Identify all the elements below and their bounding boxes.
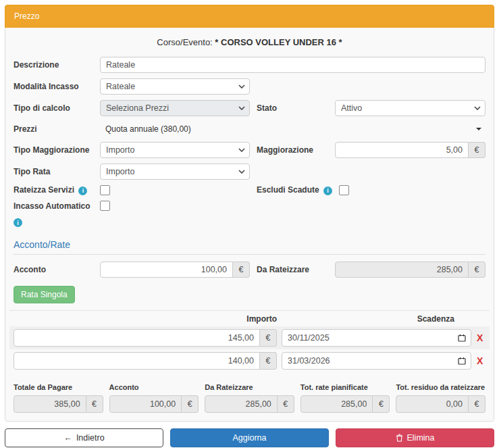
acconto-input[interactable] <box>100 262 233 278</box>
da-rateizzare-input <box>335 262 469 278</box>
da-rateizzare-total-input <box>205 395 278 413</box>
stato-select[interactable]: Attivo <box>335 100 485 116</box>
euro-addon: € <box>469 262 485 278</box>
descrizione-input[interactable] <box>100 57 485 73</box>
acconto-label: Acconto <box>14 265 100 274</box>
rate-row: € X <box>9 349 490 372</box>
euro-addon: € <box>182 395 199 413</box>
prezzi-dropdown[interactable]: Quota annuale (380,00) <box>100 122 485 136</box>
euro-addon: € <box>86 395 103 413</box>
delete-row-icon[interactable]: X <box>477 356 483 366</box>
euro-addon: € <box>469 142 485 158</box>
prezzo-panel: Prezzo Corso/Evento: * CORSO VOLLEY UNDE… <box>5 5 494 422</box>
section-acconto-rate: Acconto/Rate <box>14 239 485 250</box>
rateizza-servizi-text: Rateizza Servizi <box>14 185 74 195</box>
tipo-calcolo-selectwrap: Seleziona Prezzi <box>100 100 250 116</box>
tipo-rata-selectwrap: Importo <box>100 164 250 180</box>
total-label: Acconto <box>109 383 199 391</box>
rata-singola-button[interactable]: Rata Singola <box>14 286 75 303</box>
elimina-button[interactable]: Elimina <box>336 428 494 447</box>
tipo-calcolo-select[interactable]: Seleziona Prezzi <box>100 100 250 116</box>
euro-addon: € <box>260 352 277 370</box>
rate-importo-group: € <box>14 329 277 347</box>
rate-scadenza-input[interactable] <box>282 329 471 347</box>
indietro-button[interactable]: ← Indietro <box>5 428 163 447</box>
panel-header: Prezzo <box>5 5 494 28</box>
info-icon[interactable]: i <box>78 186 87 195</box>
tipo-maggiorazione-select[interactable]: Importo <box>100 142 250 158</box>
totale-da-pagare-input <box>14 395 86 413</box>
row-prezzi: Prezzi Quota annuale (380,00) <box>14 122 485 136</box>
total-group: € <box>396 395 485 413</box>
rate-scadenza-wrap <box>282 329 471 347</box>
tipo-maggiorazione-label: Tipo Maggiorazione <box>14 145 100 155</box>
total-label: Da Rateizzare <box>205 383 294 391</box>
tipo-rata-label: Tipo Rata <box>14 167 100 176</box>
row-tipo-rata: Tipo Rata Importo <box>14 164 485 180</box>
actions-bar: ← Indietro Aggiorna Elimina <box>5 428 494 447</box>
prezzi-value: Quota annuale (380,00) <box>105 124 191 134</box>
course-label: Corso/Evento: <box>157 37 212 47</box>
maggiorazione-group: € <box>335 142 485 158</box>
rate-row: € X <box>9 326 490 349</box>
row-incasso-automatico: Incasso Automatico <box>14 201 485 211</box>
aggiorna-button[interactable]: Aggiorna <box>170 428 329 447</box>
rate-importo-input[interactable] <box>14 352 260 370</box>
maggiorazione-input[interactable] <box>335 142 469 158</box>
total-group: € <box>109 395 199 413</box>
total-label: Tot. residuo da rateizzare <box>396 383 485 391</box>
euro-addon: € <box>233 262 250 278</box>
modalita-incasso-label: Modalità Incasso <box>14 82 100 91</box>
rate-pianificate-input <box>300 395 373 413</box>
trash-icon <box>396 434 403 442</box>
prezzi-label: Prezzi <box>14 124 100 134</box>
euro-addon: € <box>260 329 277 347</box>
rate-table-header: Importo Scadenza <box>9 311 490 326</box>
info-icon[interactable]: i <box>14 218 22 227</box>
rateizza-servizi-label: Rateizza Servizi i <box>14 185 100 195</box>
course-title: Corso/Evento: * CORSO VOLLEY UNDER 16 * <box>14 37 485 47</box>
rate-table: Importo Scadenza € X € <box>9 310 490 372</box>
acconto-group: € <box>100 262 250 278</box>
da-rateizzare-label: Da Rateizzare <box>257 265 335 274</box>
rateizza-servizi-checkbox[interactable] <box>100 185 110 195</box>
residuo-rateizzare-input <box>396 395 469 413</box>
total-label: Tot. rate pianificate <box>300 383 390 391</box>
info-icon[interactable]: i <box>323 186 332 195</box>
descrizione-label: Descrizione <box>14 60 100 70</box>
divider <box>14 254 485 255</box>
elimina-label: Elimina <box>407 433 435 443</box>
rate-scadenza-wrap <box>282 352 471 370</box>
euro-addon: € <box>469 395 485 413</box>
modalita-incasso-select[interactable]: Rateale <box>100 78 250 95</box>
stato-label: Stato <box>257 103 335 113</box>
row-descrizione: Descrizione <box>14 57 485 73</box>
maggiorazione-label: Maggiorazione <box>257 145 335 155</box>
incasso-automatico-label: Incasso Automatico <box>14 201 100 211</box>
indietro-label: Indietro <box>76 433 105 443</box>
tipo-rata-select[interactable]: Importo <box>100 164 250 180</box>
caret-down-icon <box>476 128 481 130</box>
incasso-automatico-checkbox[interactable] <box>100 201 110 211</box>
row-rateizza-escludi: Rateizza Servizi i Escludi Scadute i <box>14 185 485 195</box>
arrow-left-icon: ← <box>63 433 72 443</box>
delete-row-icon[interactable]: X <box>477 333 483 343</box>
row-modalita-incasso: Modalità Incasso Rateale <box>14 78 485 95</box>
total-col: Da Rateizzare € <box>205 383 294 413</box>
panel-title: Prezzo <box>14 11 39 21</box>
scadenza-header: Scadenza <box>277 314 485 324</box>
row-tipo-calcolo-stato: Tipo di calcolo Seleziona Prezzi Stato A… <box>14 100 485 116</box>
escludi-scadute-checkbox[interactable] <box>339 185 349 195</box>
panel-body: Corso/Evento: * CORSO VOLLEY UNDER 16 * … <box>5 28 494 421</box>
total-group: € <box>300 395 390 413</box>
total-col: Acconto € <box>109 383 199 413</box>
total-label: Totale da Pagare <box>14 383 103 391</box>
incasso-automatico-info-line: i <box>14 216 485 228</box>
stato-selectwrap: Attivo <box>335 100 485 116</box>
rate-scadenza-input[interactable] <box>282 352 471 370</box>
euro-addon: € <box>373 395 390 413</box>
row-maggiorazione: Tipo Maggiorazione Importo Maggiorazione… <box>14 142 485 158</box>
escludi-scadute-label: Escludi Scadute i <box>257 185 339 195</box>
tipo-maggiorazione-selectwrap: Importo <box>100 142 250 158</box>
rate-importo-input[interactable] <box>14 329 260 347</box>
